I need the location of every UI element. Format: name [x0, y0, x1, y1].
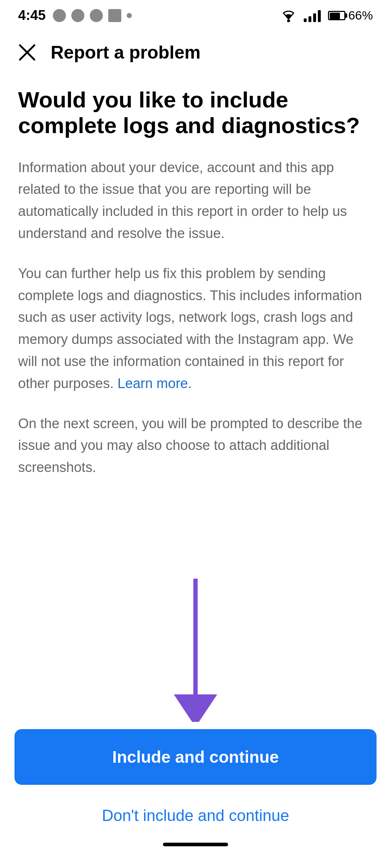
battery-icon: [328, 11, 345, 20]
arrow-line: [193, 579, 198, 694]
status-icons: [53, 9, 132, 22]
description-block-2: You can further help us fix this problem…: [18, 263, 373, 395]
description-block-3: On the next screen, you will be prompted…: [18, 413, 373, 478]
status-right: 66%: [281, 8, 373, 22]
dont-include-button[interactable]: Don't include and continue: [14, 796, 377, 835]
include-and-continue-button[interactable]: Include and continue: [14, 729, 377, 785]
notification-icon-3: [90, 9, 103, 22]
annotation-arrow: [174, 579, 217, 727]
status-bar: 4:45 66%: [0, 0, 391, 29]
notification-icon-1: [53, 9, 66, 22]
description-text-3: On the next screen, you will be prompted…: [18, 413, 373, 478]
battery-percent: 66%: [348, 8, 373, 22]
learn-more-link[interactable]: Learn more: [118, 376, 188, 391]
description-block-1: Information about your device, account a…: [18, 157, 373, 244]
wifi-icon: [281, 9, 297, 22]
main-content: Would you like to include complete logs …: [0, 76, 391, 478]
header: Report a problem: [0, 29, 391, 76]
home-indicator: [163, 843, 228, 846]
bottom-actions: Include and continue Don't include and c…: [0, 722, 391, 868]
close-icon: [18, 43, 36, 61]
page-heading: Would you like to include complete logs …: [18, 87, 373, 139]
status-left: 4:45: [18, 8, 132, 23]
status-dot: [127, 13, 132, 18]
close-button[interactable]: [14, 40, 40, 65]
notification-icon-4: [108, 9, 121, 22]
description-text-2: You can further help us fix this problem…: [18, 263, 373, 395]
notification-icon-2: [71, 9, 84, 22]
battery-indicator: 66%: [328, 8, 373, 22]
status-time: 4:45: [18, 8, 46, 23]
header-title: Report a problem: [51, 42, 201, 63]
signal-icon: [304, 9, 321, 22]
svg-point-0: [287, 20, 290, 22]
description-text-1: Information about your device, account a…: [18, 157, 373, 244]
